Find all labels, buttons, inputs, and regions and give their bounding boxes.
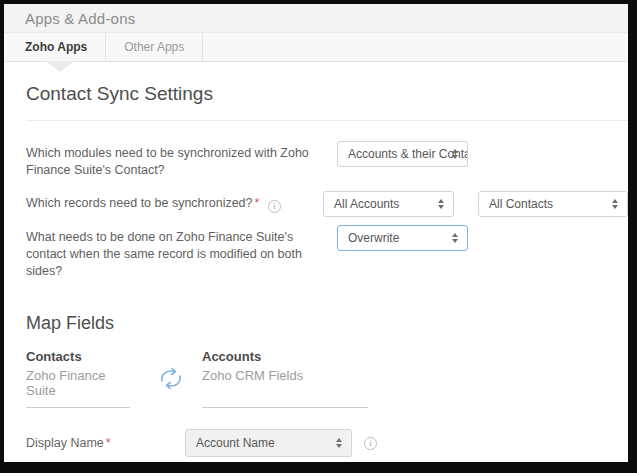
conflict-select-value: Overwrite — [348, 231, 399, 245]
required-asterisk: * — [104, 436, 111, 450]
target-column-header: Accounts Zoho CRM Fields — [202, 349, 368, 408]
map-fields-rows: Display Name* Account Name Company Name … — [26, 429, 628, 462]
stepper-icon — [438, 199, 444, 209]
active-tab-pointer-icon — [45, 61, 75, 72]
target-column-title: Accounts — [202, 349, 368, 364]
app-window: Apps & Add-ons Zoho Apps Other Apps Cont… — [4, 4, 628, 462]
accounts-records-select-value: All Accounts — [334, 197, 399, 211]
display-name-row: Display Name* Account Name — [26, 429, 628, 457]
info-icon[interactable] — [268, 200, 281, 213]
target-column-subtitle: Zoho CRM Fields — [202, 368, 368, 383]
stepper-icon — [336, 438, 342, 448]
sync-settings-form: Which modules need to be synchronized wi… — [26, 141, 628, 280]
map-fields-header: Contacts Zoho Finance Suite Accounts Zoh… — [26, 349, 628, 408]
source-column-title: Contacts — [26, 349, 130, 364]
tab-other-apps[interactable]: Other Apps — [106, 33, 203, 61]
sync-arrows-icon — [140, 349, 202, 408]
display-name-select-value: Account Name — [196, 436, 275, 450]
tab-other-apps-label: Other Apps — [124, 40, 184, 54]
modules-question-row: Which modules need to be synchronized wi… — [26, 141, 628, 179]
stepper-icon — [452, 149, 458, 159]
records-question-row: Which records need to be synchronized?* … — [26, 191, 628, 217]
contacts-records-select[interactable]: All Contacts — [478, 191, 628, 217]
info-icon[interactable] — [364, 437, 377, 450]
contacts-records-select-value: All Contacts — [489, 197, 553, 211]
tab-zoho-apps-label: Zoho Apps — [25, 40, 87, 54]
section-title: Contact Sync Settings — [26, 83, 628, 105]
modules-select-value: Accounts & their Contacts — [348, 147, 468, 161]
modules-question-label: Which modules need to be synchronized wi… — [26, 141, 337, 179]
conflict-question-label: What needs to be done on Zoho Finance Su… — [26, 225, 337, 280]
required-asterisk: * — [253, 196, 260, 210]
conflict-question-row: What needs to be done on Zoho Finance Su… — [26, 225, 628, 280]
section-divider — [26, 120, 628, 121]
modules-select[interactable]: Accounts & their Contacts — [337, 141, 468, 167]
display-name-select[interactable]: Account Name — [185, 429, 352, 457]
source-column-subtitle: Zoho Finance Suite — [26, 368, 130, 398]
tab-bar: Zoho Apps Other Apps — [4, 33, 628, 62]
stepper-icon — [612, 199, 618, 209]
records-question-label: Which records need to be synchronized?* — [26, 191, 323, 213]
page-title: Apps & Add-ons — [25, 10, 135, 27]
display-name-label: Display Name* — [26, 436, 185, 450]
page-header: Apps & Add-ons — [4, 4, 628, 33]
accounts-records-select[interactable]: All Accounts — [323, 191, 454, 217]
source-column-header: Contacts Zoho Finance Suite — [26, 349, 130, 408]
content-area: Contact Sync Settings Which modules need… — [4, 83, 628, 462]
map-fields-title: Map Fields — [26, 313, 628, 334]
tab-zoho-apps[interactable]: Zoho Apps — [4, 33, 106, 61]
stepper-icon — [452, 233, 458, 243]
conflict-select[interactable]: Overwrite — [337, 225, 468, 251]
